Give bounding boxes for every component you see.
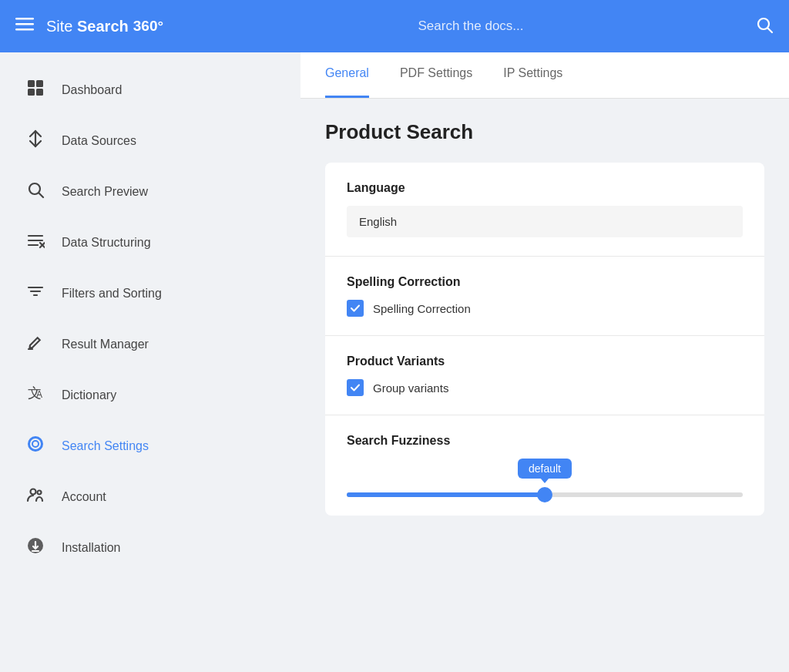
product-variants-section: Product Variants Group variants bbox=[325, 336, 764, 415]
data-sources-icon bbox=[25, 129, 46, 153]
svg-rect-8 bbox=[36, 89, 43, 96]
spelling-correction-section: Spelling Correction Spelling Correction bbox=[325, 257, 764, 336]
menu-icon[interactable] bbox=[15, 15, 34, 38]
svg-line-11 bbox=[39, 193, 44, 198]
page-content: Product Search Language English German F… bbox=[300, 99, 789, 537]
sidebar-item-account[interactable]: Account bbox=[0, 472, 300, 522]
data-structuring-icon bbox=[25, 231, 46, 254]
content-area: General PDF Settings IP Settings Product… bbox=[300, 52, 789, 672]
spelling-correction-checkbox[interactable] bbox=[347, 300, 364, 317]
sidebar-item-dashboard[interactable]: Dashboard bbox=[0, 65, 300, 116]
language-section: Language English German French Spanish bbox=[325, 163, 764, 257]
account-icon bbox=[25, 486, 46, 509]
search-preview-icon bbox=[25, 180, 46, 203]
sidebar-label-installation: Installation bbox=[62, 541, 121, 555]
main-layout: Dashboard Data Sources Search Preview bbox=[0, 52, 789, 672]
search-bar[interactable]: Search the docs... bbox=[418, 18, 524, 34]
tabs-bar: General PDF Settings IP Settings bbox=[300, 52, 789, 99]
svg-rect-2 bbox=[15, 29, 34, 31]
page-title: Product Search bbox=[325, 120, 764, 144]
sidebar-label-account: Account bbox=[62, 490, 106, 504]
svg-rect-7 bbox=[28, 89, 35, 96]
sidebar-item-search-preview[interactable]: Search Preview bbox=[0, 166, 300, 217]
svg-rect-6 bbox=[36, 80, 43, 87]
sidebar-item-result-manager[interactable]: Result Manager bbox=[0, 319, 300, 370]
search-fuzziness-section: Search Fuzziness default bbox=[325, 415, 764, 516]
search-placeholder-text: Search the docs... bbox=[418, 18, 524, 34]
header-search-area: Search the docs... bbox=[186, 18, 755, 34]
sidebar-item-filters-sorting[interactable]: Filters and Sorting bbox=[0, 268, 300, 319]
sidebar-label-data-sources: Data Sources bbox=[62, 134, 136, 148]
search-fuzziness-label: Search Fuzziness bbox=[347, 434, 743, 448]
spelling-correction-checkbox-label: Spelling Correction bbox=[373, 302, 471, 315]
fuzziness-tooltip: default bbox=[518, 459, 572, 479]
sidebar-item-data-sources[interactable]: Data Sources bbox=[0, 116, 300, 166]
logo-badge: 360° bbox=[133, 18, 163, 35]
search-settings-icon bbox=[25, 435, 46, 458]
sidebar-label-result-manager: Result Manager bbox=[62, 338, 149, 351]
sidebar-label-search-preview: Search Preview bbox=[62, 185, 148, 199]
sidebar: Dashboard Data Sources Search Preview bbox=[0, 52, 300, 672]
svg-point-24 bbox=[38, 491, 42, 495]
sidebar-label-data-structuring: Data Structuring bbox=[62, 236, 151, 250]
group-variants-label: Group variants bbox=[373, 381, 448, 395]
sidebar-item-data-structuring[interactable]: Data Structuring bbox=[0, 217, 300, 268]
result-manager-icon bbox=[25, 333, 46, 356]
svg-text:A: A bbox=[36, 389, 42, 400]
sidebar-label-dictionary: Dictionary bbox=[62, 388, 116, 402]
filters-icon bbox=[25, 282, 46, 305]
header: Site Search 360° Search the docs... bbox=[0, 0, 789, 52]
tab-ip-settings[interactable]: IP Settings bbox=[503, 52, 562, 98]
spelling-correction-row: Spelling Correction bbox=[347, 300, 743, 317]
svg-rect-1 bbox=[15, 23, 34, 25]
spelling-correction-label: Spelling Correction bbox=[347, 275, 743, 289]
site-logo: Site Search 360° bbox=[46, 18, 163, 35]
sidebar-label-filters-sorting: Filters and Sorting bbox=[62, 287, 162, 301]
svg-point-23 bbox=[31, 489, 36, 495]
fuzziness-slider-container: default bbox=[347, 459, 743, 497]
svg-line-4 bbox=[768, 28, 773, 32]
sidebar-item-installation[interactable]: Installation bbox=[0, 522, 300, 573]
sidebar-item-dictionary[interactable]: 文 A Dictionary bbox=[0, 370, 300, 421]
dashboard-icon bbox=[25, 79, 46, 102]
language-label: Language bbox=[347, 181, 743, 195]
sidebar-item-search-settings[interactable]: Search Settings bbox=[0, 421, 300, 472]
product-variants-label: Product Variants bbox=[347, 354, 743, 368]
header-search-icon[interactable] bbox=[755, 15, 774, 38]
group-variants-checkbox[interactable] bbox=[347, 379, 364, 396]
group-variants-row: Group variants bbox=[347, 379, 743, 396]
sidebar-label-dashboard: Dashboard bbox=[62, 83, 122, 97]
logo-text: Site Search bbox=[46, 18, 129, 35]
settings-card: Language English German French Spanish S… bbox=[325, 163, 764, 516]
dictionary-icon: 文 A bbox=[25, 384, 46, 407]
installation-icon bbox=[25, 536, 46, 559]
tab-pdf-settings[interactable]: PDF Settings bbox=[400, 52, 472, 98]
language-select[interactable]: English German French Spanish bbox=[347, 206, 743, 237]
svg-rect-5 bbox=[28, 80, 35, 87]
svg-rect-0 bbox=[15, 18, 34, 20]
sidebar-label-search-settings: Search Settings bbox=[62, 439, 149, 453]
tab-general[interactable]: General bbox=[325, 52, 369, 98]
